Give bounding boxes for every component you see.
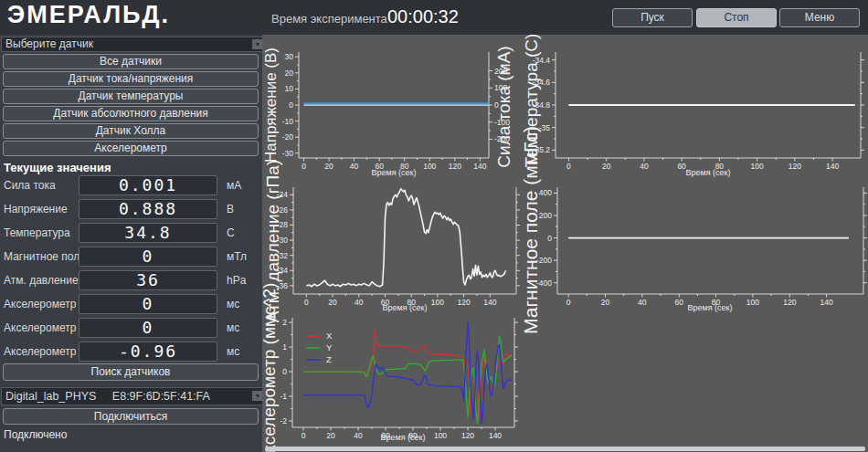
svg-text:0: 0 [302, 431, 306, 440]
svg-text:100: 100 [746, 298, 759, 307]
sidebar: Выберите датчик ▾ Все датчики Датчик ток… [0, 35, 262, 452]
svg-text:-2: -2 [280, 416, 287, 426]
svg-text:20: 20 [324, 162, 333, 171]
value-unit: В [227, 199, 234, 219]
value-display: -0.96 [79, 342, 217, 362]
svg-text:-1: -1 [280, 392, 287, 401]
svg-text:40: 40 [354, 431, 363, 440]
sensor-button-temperature[interactable]: Датчик температуры [3, 89, 259, 104]
svg-text:100: 100 [423, 162, 436, 171]
value-label: Акселерометр Y [4, 318, 87, 338]
charts-canvas: 0204060801001201403020100-10-20-30200100… [262, 35, 868, 452]
svg-text:Z: Z [326, 354, 332, 364]
value-label: Сила тока [4, 175, 56, 195]
svg-text:Время (сек): Время (сек) [380, 433, 425, 442]
svg-text:40: 40 [350, 162, 359, 171]
app-window: { "header": { "logo": "ЭМЕРАЛЬД.", "time… [0, 0, 868, 452]
svg-text:140: 140 [489, 431, 502, 440]
svg-text:Время (сек): Время (сек) [687, 303, 732, 312]
value-unit: мс [227, 342, 239, 362]
svg-text:40: 40 [640, 162, 649, 171]
svg-text:20: 20 [326, 431, 335, 440]
chart-magnetic: 0204060801001201404002000-200-400Время (… [520, 126, 867, 334]
svg-text:60: 60 [674, 298, 683, 307]
svg-text:Время (сек): Время (сек) [685, 168, 730, 177]
connect-button[interactable]: Подключиться [3, 408, 259, 425]
svg-text:-20: -20 [282, 132, 294, 142]
value-display: 0.888 [79, 199, 217, 219]
value-label: Температура [4, 223, 70, 243]
value-display: 0 [79, 318, 217, 338]
svg-text:Сила тока (мА): Сила тока (мА) [494, 46, 513, 167]
start-button[interactable]: Пуск [612, 8, 693, 27]
svg-text:120: 120 [457, 298, 470, 307]
svg-text:20: 20 [602, 162, 611, 171]
app-logo: ЭМЕРАЛЬД. [7, 1, 170, 29]
value-row-voltage: Напряжение 0.888 В [0, 199, 262, 219]
series-Атм. давление [306, 189, 505, 287]
horizontal-scrollbar[interactable] [265, 447, 865, 451]
svg-text:120: 120 [789, 162, 801, 171]
svg-text:0: 0 [282, 367, 287, 376]
sensor-select-value: Выберите датчик [5, 37, 93, 50]
svg-text:140: 140 [820, 298, 833, 307]
sensor-button-hall[interactable]: Датчик Холла [3, 123, 259, 139]
svg-text:100: 100 [751, 162, 764, 171]
svg-text:Время (сек): Время (сек) [371, 168, 416, 177]
svg-text:-30: -30 [282, 149, 294, 158]
value-label: Акселерометр Z [4, 342, 86, 362]
value-unit: мс [227, 318, 239, 338]
value-digits: 34.8 [79, 224, 217, 242]
svg-text:140: 140 [826, 162, 839, 171]
svg-text:100: 100 [434, 431, 447, 440]
chart-region: 0204060801001201403020100-10-20-30200100… [262, 35, 868, 452]
value-display: 0.001 [79, 175, 217, 195]
svg-text:120: 120 [461, 431, 474, 440]
svg-text:-10: -10 [282, 117, 294, 126]
value-unit: мс [227, 294, 239, 314]
value-label: Магнитное поле [4, 247, 86, 267]
value-row-temperature: Температура 34.8 С [0, 223, 262, 243]
svg-text:X: X [326, 331, 333, 341]
value-display: 34.8 [79, 223, 217, 243]
svg-text:140: 140 [483, 298, 496, 307]
svg-text:Напряжение (В): Напряжение (В) [262, 47, 280, 163]
connection-status: Подключено [4, 428, 67, 441]
value-digits: 0.888 [79, 200, 217, 218]
device-select[interactable]: Digital_lab_PHYS E8:9F:6D:5F:41:FA ▾ [1, 387, 266, 405]
search-sensors-button[interactable]: Поиск датчиков [3, 363, 259, 381]
svg-text:Магнитное поле (ммГс): Магнитное поле (ммГс) [520, 126, 541, 334]
sensor-button-accelerometer[interactable]: Акселерометр [3, 141, 259, 156]
value-unit: мТл [227, 247, 247, 267]
chart-voltage_current: 0204060801001201403020100-10-20-30200100… [262, 46, 513, 177]
sensor-button-pressure[interactable]: Датчик абсолютного давления [3, 106, 259, 121]
svg-text:0: 0 [302, 162, 306, 171]
svg-text:0: 0 [547, 234, 552, 243]
svg-text:140: 140 [473, 162, 486, 171]
svg-text:10: 10 [285, 84, 294, 93]
sensor-button-current[interactable]: Датчик тока/напряжения [3, 71, 259, 87]
value-unit: С [227, 223, 235, 243]
svg-text:0: 0 [566, 298, 571, 307]
value-row-magnetic: Магнитное поле 0 мТл [0, 247, 262, 267]
value-digits: 36 [79, 271, 217, 289]
svg-text:0: 0 [304, 298, 309, 307]
svg-text:30: 30 [285, 52, 294, 61]
menu-button[interactable]: Меню [779, 8, 860, 27]
svg-text:Время (сек): Время (сек) [382, 303, 427, 312]
svg-text:40: 40 [638, 298, 647, 307]
value-row-accel-z: Акселерометр Z -0.96 мс [0, 342, 262, 362]
stop-button[interactable]: Стоп [696, 8, 777, 27]
svg-text:100: 100 [431, 298, 444, 307]
sensor-select[interactable]: Выберите датчик ▾ [1, 37, 266, 52]
svg-text:2: 2 [282, 318, 287, 327]
svg-text:20: 20 [328, 298, 337, 307]
sensor-button-all[interactable]: Все датчики [3, 54, 259, 69]
experiment-timer-value: 00:00:32 [387, 6, 459, 27]
value-digits: 0 [79, 247, 217, 266]
experiment-timer-label: Время эксперимента [271, 12, 387, 26]
value-label: Атм. давление [4, 270, 79, 290]
value-row-current: Сила тока 0.001 мА [0, 175, 262, 195]
device-name: Digital_lab_PHYS [5, 390, 96, 403]
value-label: Акселерометр X [4, 294, 87, 314]
